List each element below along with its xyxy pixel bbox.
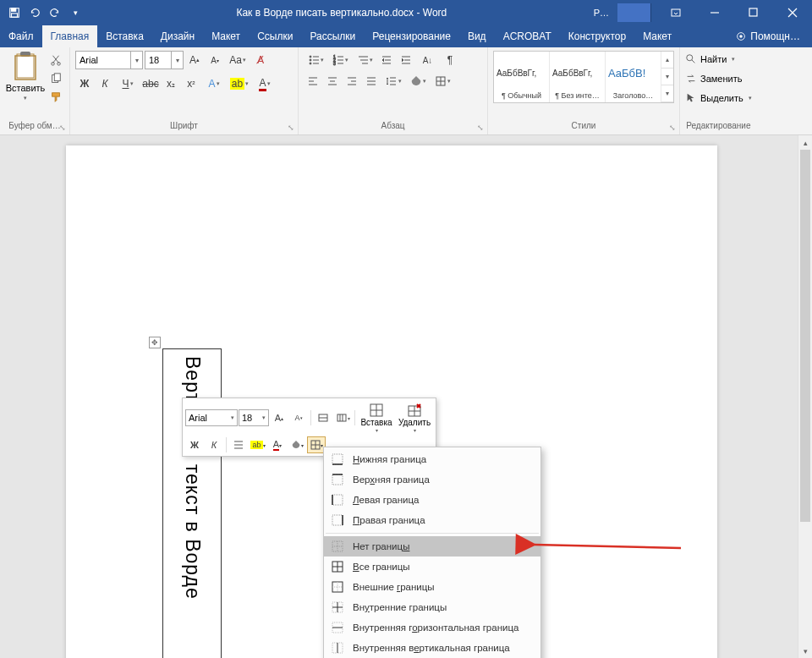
close-button[interactable] (773, 0, 812, 25)
sort-button[interactable]: A↓ (416, 51, 440, 69)
line-spacing-button[interactable]: ▾ (381, 72, 405, 90)
numbering-button[interactable]: 123▾ (328, 51, 352, 69)
copy-button[interactable] (47, 71, 64, 86)
border-left[interactable]: Левая граница (324, 490, 540, 510)
bullets-button[interactable]: ▾ (304, 51, 327, 69)
style-normal[interactable]: АаБбВвГг,¶ Обычный (494, 52, 550, 102)
mini-align2[interactable] (229, 436, 248, 453)
scroll-up[interactable]: ▴ (798, 135, 812, 150)
border-bottom[interactable]: Нижняя граница (324, 449, 540, 469)
tab-view[interactable]: Вид (459, 25, 495, 47)
minimize-button[interactable] (695, 0, 734, 25)
style-no-spacing[interactable]: АаБбВвГг,¶ Без инте… (550, 52, 606, 102)
superscript-button[interactable]: x² (182, 74, 200, 93)
border-outside[interactable]: Внешние границы (324, 577, 540, 597)
undo-button[interactable] (25, 3, 44, 22)
mini-grow-font[interactable]: A▴ (270, 409, 288, 426)
mini-shading[interactable]: ▾ (288, 436, 306, 453)
mini-delete-button[interactable]: Удалить▾ (396, 401, 433, 435)
multilevel-button[interactable]: ▾ (353, 51, 376, 69)
align-center-button[interactable] (323, 72, 342, 90)
shrink-font-button[interactable]: A▾ (206, 51, 224, 69)
bold-button[interactable]: Ж (75, 74, 94, 93)
mini-bold[interactable]: Ж (185, 436, 204, 453)
quick-access-toolbar: ▾ (0, 3, 90, 22)
subscript-button[interactable]: x₂ (162, 74, 180, 93)
scroll-thumb[interactable] (800, 150, 810, 522)
border-none[interactable]: Нет границы (324, 536, 540, 557)
redo-button[interactable] (46, 3, 64, 22)
show-marks-button[interactable]: ¶ (441, 51, 459, 69)
tab-references[interactable]: Ссылки (249, 25, 301, 47)
mini-size-combo[interactable]: 18▾ (239, 409, 269, 426)
change-case-button[interactable]: Aa▾ (226, 51, 250, 69)
scroll-down[interactable]: ▾ (798, 644, 812, 658)
border-inside-h[interactable]: Внутренняя горизонтальная граница (324, 617, 540, 638)
justify-button[interactable] (362, 72, 381, 90)
border-top[interactable]: Верхняя граница (324, 469, 540, 490)
user-badge[interactable]: P… (594, 8, 609, 18)
border-right[interactable]: Правая граница (324, 510, 540, 530)
strike-button[interactable]: abc (141, 74, 160, 93)
border-inside-v[interactable]: Внутренняя вертикальная граница (324, 638, 540, 658)
mini-shrink-font[interactable]: A▾ (289, 409, 308, 426)
table-cell[interactable]: Верт ьный текст в Ворде (162, 348, 222, 658)
cut-button[interactable] (47, 52, 64, 68)
mini-align-button[interactable]: ▾ (333, 409, 352, 426)
save-button[interactable] (5, 3, 24, 22)
tab-design[interactable]: Дизайн (152, 25, 203, 47)
replace-button[interactable]: Заменить (685, 70, 752, 87)
decrease-indent-button[interactable] (377, 51, 396, 69)
vertical-scrollbar[interactable]: ▴ ▾ (798, 135, 812, 658)
table-move-handle[interactable]: ✥ (149, 337, 161, 348)
increase-indent-button[interactable] (397, 51, 415, 69)
styles-gallery[interactable]: АаБбВвГг,¶ Обычный АаБбВвГг,¶ Без инте… … (493, 51, 674, 103)
tab-acrobat[interactable]: ACROBAT (495, 25, 560, 47)
ribbon-tabs: Файл Главная Вставка Дизайн Макет Ссылки… (0, 25, 812, 47)
style-heading1[interactable]: АаБбВ!Заголово… (606, 52, 661, 102)
clear-format-button[interactable]: A̸ (251, 51, 270, 69)
font-size-combo[interactable]: 18▾ (145, 51, 184, 69)
tab-insert[interactable]: Вставка (97, 25, 152, 47)
tab-layout2[interactable]: Макет (634, 25, 680, 47)
font-color-button[interactable]: A▾ (253, 74, 277, 93)
shading-button[interactable]: ▾ (406, 72, 430, 90)
ribbon-options-button[interactable] (656, 0, 695, 25)
styles-more-button[interactable]: ▴▾▾ (661, 52, 673, 102)
align-right-button[interactable] (343, 72, 361, 90)
borders-button[interactable]: ▾ (431, 72, 454, 90)
grow-font-button[interactable]: A▴ (185, 51, 204, 69)
border-all[interactable]: Все границы (324, 557, 540, 577)
paste-button[interactable]: Вставить ▾ (5, 51, 46, 101)
mini-font-color[interactable]: A▾ (268, 436, 287, 453)
mini-merge-button[interactable] (314, 409, 332, 426)
highlight-button[interactable]: ab▾ (228, 74, 251, 93)
tab-mailings[interactable]: Рассылки (301, 25, 364, 47)
qat-customize-button[interactable]: ▾ (66, 3, 85, 22)
align-left-button[interactable] (304, 72, 322, 90)
maximize-button[interactable] (734, 0, 773, 25)
paragraph-launcher[interactable]: ⤡ (475, 123, 486, 133)
mini-highlight[interactable]: ab▾ (249, 436, 267, 453)
find-button[interactable]: Найти▾ (685, 51, 752, 68)
font-launcher[interactable]: ⤡ (286, 123, 296, 133)
text-effects-button[interactable]: A▾ (202, 74, 226, 93)
select-button[interactable]: Выделить▾ (685, 90, 752, 107)
tab-constructor[interactable]: Конструктор (560, 25, 634, 47)
share-panel[interactable] (617, 3, 651, 22)
tell-me-search[interactable]: Помощн… (723, 25, 812, 47)
font-name-combo[interactable]: Arial▾ (75, 51, 143, 69)
tab-file[interactable]: Файл (0, 25, 42, 47)
clipboard-launcher[interactable]: ⤡ (58, 123, 68, 133)
mini-font-combo[interactable]: Arial▾ (185, 409, 238, 426)
underline-button[interactable]: Ч▾ (116, 74, 140, 93)
mini-italic[interactable]: К (205, 436, 223, 453)
mini-insert-button[interactable]: Вставка▾ (358, 401, 395, 435)
italic-button[interactable]: К (96, 74, 114, 93)
tab-layout[interactable]: Макет (203, 25, 249, 47)
tab-home[interactable]: Главная (42, 25, 98, 47)
tab-review[interactable]: Рецензирование (364, 25, 459, 47)
styles-launcher[interactable]: ⤡ (667, 123, 678, 133)
format-painter-button[interactable] (47, 90, 64, 105)
border-inside[interactable]: Внутренние границы (324, 597, 540, 617)
